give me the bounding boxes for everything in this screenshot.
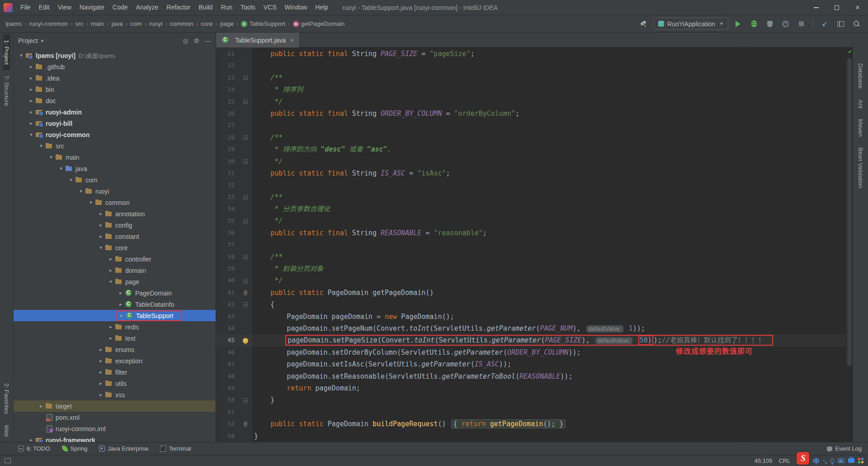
code-editor[interactable]: 21 public static final String PAGE_SIZE … (216, 48, 853, 442)
chevron-right-icon[interactable]: ▸ (118, 313, 126, 319)
tree-item-xss[interactable]: ▸xss (14, 389, 216, 400)
line-number[interactable]: 50 (216, 394, 239, 406)
toolwindow-button-web[interactable]: Web (3, 419, 10, 442)
chevron-right-icon[interactable]: ▸ (97, 233, 105, 239)
fold-marker-icon[interactable] (243, 135, 248, 140)
tree-item-domain[interactable]: ▸domain (14, 265, 216, 276)
search-everywhere-icon[interactable] (850, 18, 863, 30)
code-line-34[interactable]: 34 * 分页参数合理化 (216, 203, 846, 215)
close-tab-icon[interactable]: × (290, 37, 294, 44)
chinese-mode-icon[interactable]: 中 (813, 456, 819, 465)
line-number[interactable]: 33 (216, 191, 239, 203)
menu-refactor[interactable]: Refactor (162, 0, 194, 15)
code-line-40[interactable]: 40 */ (216, 275, 846, 286)
tree-item-tablesupport[interactable]: ▸TableSupport (14, 310, 216, 321)
run-icon[interactable] (732, 18, 744, 30)
breadcrumb-item-java[interactable]: java (112, 20, 123, 27)
line-number[interactable]: 47 (216, 358, 239, 370)
chevron-down-icon[interactable]: ▾ (77, 188, 85, 194)
chevron-down-icon[interactable]: ▾ (97, 245, 105, 251)
tree-item-filter[interactable]: ▸filter (14, 366, 216, 378)
tree-item-constant[interactable]: ▸constant (14, 231, 216, 242)
tree-item-com[interactable]: ▾com (14, 174, 216, 185)
breadcrumb-item-lpams[interactable]: lpams (5, 20, 22, 27)
chevron-down-icon[interactable]: ▾ (17, 52, 25, 58)
chevron-down-icon[interactable]: ▾ (57, 166, 65, 171)
line-number[interactable]: 25 (216, 96, 239, 108)
tree-item-ruoyi-common-iml[interactable]: ruoyi-common.iml (14, 423, 216, 434)
tree-item-ruoyi[interactable]: ▾ruoyi (14, 185, 216, 197)
line-number[interactable]: 37 (216, 239, 239, 251)
breadcrumb-item-page[interactable]: page (220, 20, 234, 27)
minimize-button[interactable] (806, 0, 826, 15)
code-line-48[interactable]: 48 pageDomain.setReasonable(ServletUtils… (216, 371, 846, 382)
line-number[interactable]: 29 (216, 143, 239, 155)
code-line-39[interactable]: 39 * 封装分页对象 (216, 263, 846, 275)
debug-icon[interactable] (748, 18, 760, 30)
line-number[interactable]: 36 (216, 227, 239, 239)
stop-icon[interactable] (795, 18, 807, 30)
breadcrumb-item-com[interactable]: com (130, 20, 142, 27)
toolbox-icon[interactable] (848, 458, 854, 463)
code-line-25[interactable]: 25 */ (216, 96, 846, 108)
grid-icon[interactable] (858, 458, 863, 463)
chevron-right-icon[interactable]: ▸ (97, 211, 105, 217)
line-number[interactable]: 49 (216, 382, 239, 394)
settings-icon[interactable]: ⚙ (193, 37, 199, 44)
locate-file-icon[interactable]: ◎ (183, 37, 188, 44)
sogou-logo-icon[interactable]: S (797, 452, 809, 465)
toolwindow-button-bean-validation[interactable]: Bean Validation (857, 142, 864, 194)
chevron-down-icon[interactable]: ▾ (27, 132, 35, 138)
code-line-21[interactable]: 21 public static final String PAGE_SIZE … (216, 48, 846, 60)
editor-scrollbar[interactable] (846, 48, 853, 442)
chevron-right-icon[interactable]: ▸ (107, 335, 115, 341)
line-number[interactable]: 22 (216, 60, 239, 71)
code-line-50[interactable]: 50 } (216, 394, 846, 406)
menu-edit[interactable]: Edit (35, 0, 54, 15)
fold-marker-icon[interactable] (243, 219, 248, 223)
code-line-31[interactable]: 31 public static final String IS_ASC = "… (216, 167, 846, 179)
caret-position[interactable]: 45:105 (755, 457, 773, 464)
tree-item-page[interactable]: ▾page (14, 276, 216, 287)
tree-item-doc[interactable]: ▸doc (14, 95, 216, 106)
line-number[interactable]: 31 (216, 167, 239, 179)
tree-item-bin[interactable]: ▸bin (14, 84, 216, 95)
tree-item-config[interactable]: ▸config (14, 219, 216, 231)
tree-item-lpams-ruoyi[interactable]: ▾lpams [ruoyi]D:\桌面\lpams (14, 50, 216, 61)
line-number[interactable]: 45 (216, 334, 239, 346)
breadcrumb-item-ruoyi[interactable]: ruoyi (149, 20, 162, 27)
line-number[interactable]: 41 (216, 287, 239, 299)
line-number[interactable]: 51 (216, 406, 239, 418)
code-line-28[interactable]: 28 /** (216, 132, 846, 143)
tree-item-ruoyi-bill[interactable]: ▸ruoyi-bill (14, 118, 216, 129)
line-number[interactable]: 44 (216, 323, 239, 334)
profiler-icon[interactable] (779, 18, 792, 30)
code-line-30[interactable]: 30 */ (216, 156, 846, 167)
toolwindow-switcher-icon[interactable] (5, 458, 11, 463)
tree-item-pagedomain[interactable]: ▸PageDomain (14, 287, 216, 299)
code-line-47[interactable]: 47 pageDomain.setIsAsc(ServletUtils.getP… (216, 358, 846, 370)
tree-item-idea[interactable]: ▸.idea (14, 72, 216, 84)
chevron-right-icon[interactable]: ▸ (97, 347, 105, 352)
code-line-41[interactable]: 41@ public static PageDomain getPageDoma… (216, 287, 846, 299)
toolwindow-button-1-project[interactable]: 1: Project (3, 34, 10, 70)
line-number[interactable]: 21 (216, 48, 239, 60)
fold-marker-icon[interactable] (243, 100, 248, 104)
code-line-37[interactable]: 37 (216, 239, 846, 251)
code-line-32[interactable]: 32 (216, 179, 846, 191)
chevron-right-icon[interactable]: ▸ (27, 120, 35, 126)
menu-vcs[interactable]: VCS (259, 0, 281, 15)
line-number[interactable]: 48 (216, 371, 239, 382)
fold-marker-icon[interactable] (243, 76, 248, 80)
toolwindow-button-java-enterprise[interactable]: Java Enterprise (99, 445, 148, 452)
line-number[interactable]: 42 (216, 299, 239, 310)
hide-panel-icon[interactable]: — (205, 37, 211, 44)
code-line-45[interactable]: 45 pageDomain.setPageSize(Convert.toInt(… (216, 334, 846, 346)
coverage-icon[interactable] (764, 18, 776, 30)
line-number[interactable]: 39 (216, 263, 239, 275)
line-number[interactable]: 52 (216, 418, 239, 430)
fold-marker-icon[interactable] (243, 255, 248, 259)
tree-item-text[interactable]: ▸text (14, 333, 216, 344)
code-line-56[interactable]: 56} (216, 430, 846, 442)
code-line-44[interactable]: 44 pageDomain.setPageNum(Convert.toInt(S… (216, 323, 846, 334)
